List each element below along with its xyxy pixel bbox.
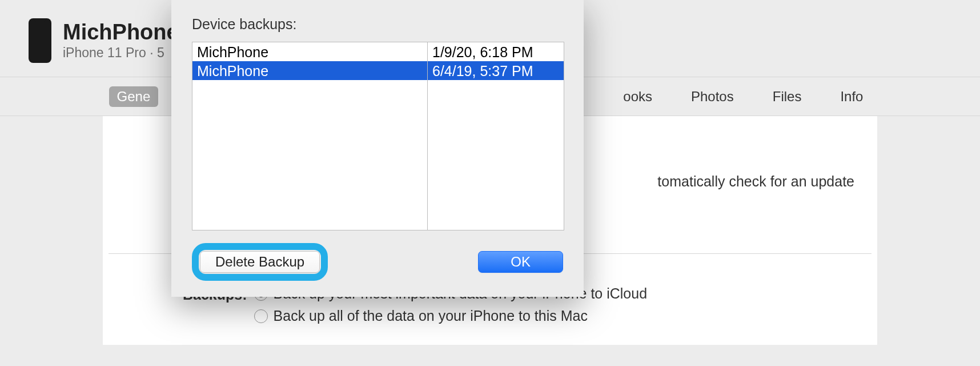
ok-button[interactable]: OK: [478, 251, 563, 273]
device-backups-dialog: Device backups: MichPhone 1/9/20, 6:18 P…: [171, 0, 584, 297]
radio-icon: [254, 309, 268, 323]
dialog-title: Device backups:: [192, 16, 563, 33]
device-name: MichPhone: [63, 21, 179, 45]
iphone-icon: [29, 18, 51, 63]
backup-empty-area: [192, 80, 564, 230]
device-info: MichPhone iPhone 11 Pro · 5: [63, 21, 179, 61]
tab-photos[interactable]: Photos: [683, 86, 742, 107]
tab-general[interactable]: Gene: [109, 86, 159, 107]
highlight-annotation: Delete Backup: [192, 243, 328, 281]
tab-files[interactable]: Files: [765, 86, 810, 107]
backup-row[interactable]: MichPhone 1/9/20, 6:18 PM: [192, 42, 564, 61]
dialog-button-row: Delete Backup OK: [192, 243, 563, 281]
device-subtitle: iPhone 11 Pro · 5: [63, 45, 179, 61]
backup-date: 1/9/20, 6:18 PM: [428, 42, 564, 61]
backup-option-mac[interactable]: Back up all of the data on your iPhone t…: [254, 308, 648, 324]
tab-info[interactable]: Info: [832, 86, 871, 107]
backup-list[interactable]: MichPhone 1/9/20, 6:18 PM MichPhone 6/4/…: [192, 42, 564, 230]
radio-label: Back up all of the data on your iPhone t…: [274, 308, 588, 324]
backup-row[interactable]: MichPhone 6/4/19, 5:37 PM: [192, 61, 564, 80]
delete-backup-button[interactable]: Delete Backup: [200, 251, 320, 273]
backup-name: MichPhone: [192, 61, 428, 80]
backup-date: 6/4/19, 5:37 PM: [428, 61, 564, 80]
update-text: tomatically check for an update: [657, 173, 854, 190]
tab-books[interactable]: ooks: [615, 86, 660, 107]
backup-name: MichPhone: [192, 42, 428, 61]
